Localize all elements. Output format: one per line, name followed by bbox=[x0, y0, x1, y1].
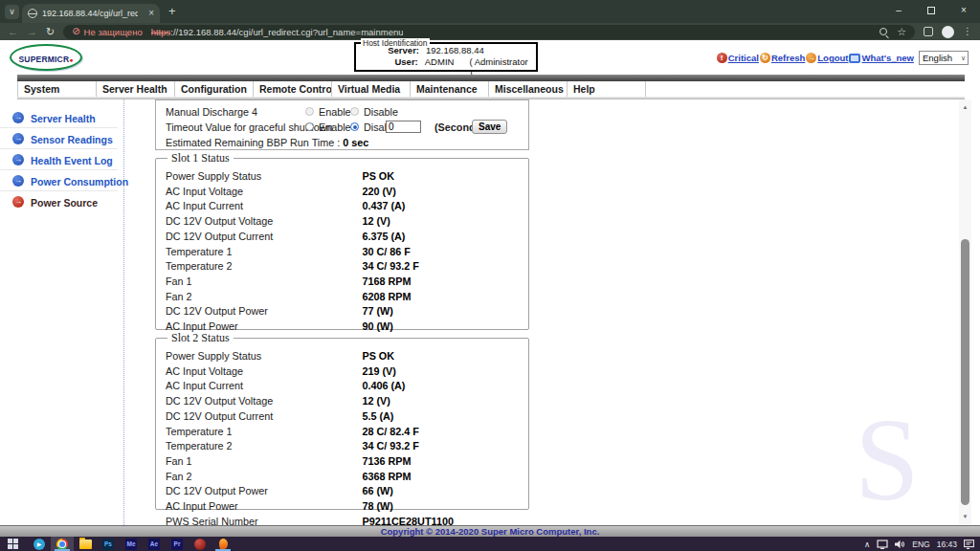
scrollbar-up-icon[interactable]: ▲ bbox=[959, 101, 971, 114]
sidebar-item-label: Sensor Readings bbox=[31, 134, 113, 145]
tray-clock[interactable]: 16:43 bbox=[937, 540, 957, 549]
language-caret-icon: ∨ bbox=[961, 52, 966, 64]
profile-avatar[interactable] bbox=[942, 26, 954, 38]
chrome-icon[interactable] bbox=[51, 537, 74, 551]
sidebar: → Server Health → Sensor Readings → Heal… bbox=[0, 99, 124, 525]
window-minimize-button[interactable]: – bbox=[882, 0, 915, 23]
status-label: DC 12V Output Current bbox=[166, 231, 358, 244]
timeout-seconds-input[interactable] bbox=[386, 121, 421, 133]
start-button-icon[interactable] bbox=[8, 539, 19, 550]
reload-icon[interactable]: ↻ bbox=[46, 24, 55, 39]
bookmark-star-icon[interactable]: ☆ bbox=[897, 26, 906, 38]
new-tab-button[interactable]: + bbox=[168, 4, 176, 19]
status-label: Fan 2 bbox=[166, 471, 358, 484]
whats-new-icon bbox=[849, 54, 860, 63]
side-panel-icon[interactable] bbox=[924, 27, 933, 36]
browser-menu-kebab-icon[interactable]: ⋮ bbox=[963, 26, 972, 37]
monitor-tray-icon[interactable] bbox=[877, 540, 888, 549]
header-link[interactable]: ! Critical bbox=[717, 53, 759, 63]
scrollbar-thumb[interactable] bbox=[961, 239, 969, 505]
forward-icon[interactable]: → bbox=[27, 24, 37, 39]
file-explorer-icon[interactable] bbox=[74, 537, 97, 551]
status-label: Temperature 2 bbox=[166, 260, 358, 274]
media-encoder-icon[interactable]: Me bbox=[120, 537, 143, 551]
sidebar-item-label: Health Event Log bbox=[31, 155, 113, 166]
timeout-disable-radio[interactable] bbox=[350, 122, 359, 131]
status-label: Fan 1 bbox=[166, 276, 358, 289]
enable-label: Enable bbox=[319, 105, 351, 119]
status-row: Fan 2 6368 RPM bbox=[166, 469, 528, 484]
menu-item[interactable]: System bbox=[18, 81, 97, 97]
main-menubar: System Server Health Configuration Remot… bbox=[17, 75, 965, 99]
back-icon[interactable]: ← bbox=[8, 24, 18, 39]
action-center-icon[interactable] bbox=[964, 540, 974, 549]
slot2-status-panel: Slot 2 Status Power Supply Status PS OK … bbox=[155, 331, 529, 510]
window-maximize-button[interactable] bbox=[915, 0, 947, 23]
menu-item[interactable]: Help bbox=[568, 81, 646, 97]
premiere-icon[interactable]: Pr bbox=[166, 537, 189, 551]
browser-tab[interactable]: 192.168.88.44/cgi/url_redirect.c × bbox=[22, 4, 160, 23]
status-label: Temperature 1 bbox=[166, 426, 358, 439]
header-link-label: Critical bbox=[728, 53, 759, 63]
manual-discharge-enable-radio[interactable] bbox=[305, 107, 314, 116]
main-menu: System Server Health Configuration Remot… bbox=[17, 81, 965, 97]
status-value: 7168 RPM bbox=[362, 276, 411, 287]
after-effects-icon[interactable]: Ae bbox=[143, 537, 166, 551]
speaker-tray-icon[interactable] bbox=[895, 540, 905, 549]
save-button[interactable]: Save bbox=[472, 120, 507, 134]
manual-discharge-disable-radio[interactable] bbox=[350, 107, 359, 116]
status-label: AC Input Voltage bbox=[166, 365, 358, 379]
menu-item[interactable]: Virtual Media bbox=[332, 81, 411, 97]
status-row: Power Supply Status PS OK bbox=[166, 168, 528, 184]
zoom-magnifier-icon[interactable] bbox=[880, 28, 887, 35]
window-close-button[interactable]: × bbox=[947, 0, 980, 23]
language-select[interactable]: English ∨ bbox=[919, 51, 969, 65]
address-bar[interactable]: ⊘ Не защищено https://192.168.88.44/cgi/… bbox=[63, 25, 915, 39]
header-link[interactable]: → Logout bbox=[806, 53, 848, 63]
tab-search-chevron-icon[interactable]: ∨ bbox=[5, 5, 19, 19]
status-label: DC 12V Output Power bbox=[166, 485, 358, 498]
sidebar-item-label: Power Source bbox=[31, 197, 98, 209]
status-label: Power Supply Status bbox=[166, 350, 358, 364]
header-link[interactable]: ↻ Refresh bbox=[760, 53, 805, 63]
tray-language-label[interactable]: ENG bbox=[912, 540, 929, 549]
menubar-top-strip bbox=[17, 75, 965, 81]
menu-item[interactable]: Configuration bbox=[175, 81, 254, 97]
sidebar-item[interactable]: → Power Source bbox=[0, 191, 118, 212]
flame-app-icon[interactable] bbox=[212, 537, 234, 551]
bbp-runtime-label: Estimated Remaining BBP Run Time : bbox=[166, 137, 340, 148]
status-row: DC 12V Output Current 6.375 (A) bbox=[166, 229, 528, 244]
menu-item[interactable]: Server Health bbox=[97, 81, 175, 97]
status-row: Temperature 1 28 C/ 82.4 F bbox=[166, 424, 528, 439]
sidebar-item[interactable]: → Power Consumption bbox=[0, 170, 118, 191]
menu-item-label: Miscellaneous bbox=[495, 83, 564, 95]
status-value: 66 (W) bbox=[362, 485, 392, 496]
sidebar-item[interactable]: → Health Event Log bbox=[0, 149, 118, 170]
slot1-rows: Power Supply Status PS OK AC Input Volta… bbox=[166, 168, 528, 348]
red-app-icon[interactable] bbox=[189, 537, 212, 551]
page-scrollbar[interactable]: ▲ ▼ bbox=[959, 99, 971, 525]
tab-close-icon[interactable]: × bbox=[148, 9, 154, 18]
menu-item[interactable]: Remote Control bbox=[254, 81, 332, 97]
status-row: Temperature 1 30 C/ 86 F bbox=[166, 244, 528, 259]
status-label: DC 12V Output Power bbox=[166, 305, 358, 319]
sidebar-item[interactable]: → Server Health bbox=[0, 107, 118, 128]
header-actions: ! Critical ↻ Refresh → Logout bbox=[717, 51, 969, 65]
menu-item[interactable]: Maintenance bbox=[411, 81, 489, 97]
menu-item[interactable]: Miscellaneous bbox=[489, 81, 568, 97]
not-secure-label[interactable]: Не защищено bbox=[84, 27, 143, 37]
sidebar-item[interactable]: → Sensor Readings bbox=[0, 128, 118, 149]
bbp-runtime-row: Estimated Remaining BBP Run Time : 0 sec bbox=[156, 136, 528, 149]
tab-title: 192.168.88.44/cgi/url_redirect.c bbox=[42, 9, 138, 18]
status-row: Power Supply Status PS OK bbox=[166, 348, 528, 364]
tray-chevron-icon[interactable]: ∧ bbox=[864, 540, 870, 549]
status-value: 0.437 (A) bbox=[362, 200, 405, 211]
header-link[interactable]: What's_new bbox=[849, 53, 914, 63]
status-label: DC 12V Output Voltage bbox=[166, 215, 358, 229]
status-row: AC Input Current 0.437 (A) bbox=[166, 198, 528, 213]
scrollbar-down-icon[interactable]: ▼ bbox=[959, 511, 971, 523]
telegram-icon[interactable]: ▶ bbox=[28, 537, 51, 551]
photoshop-icon[interactable]: Ps bbox=[97, 537, 120, 551]
timeout-enable-radio[interactable] bbox=[305, 122, 314, 131]
status-value: 12 (V) bbox=[362, 215, 390, 227]
